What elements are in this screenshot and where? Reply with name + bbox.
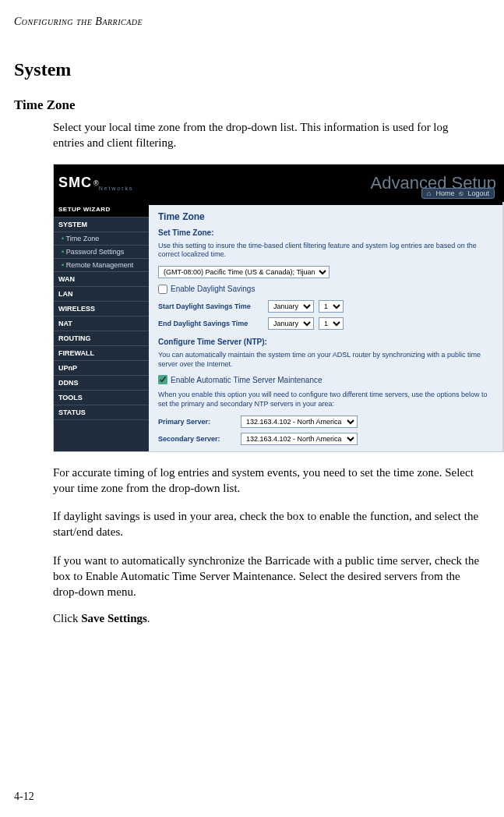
sidebar-ddns[interactable]: DDNS [54,376,149,391]
sidebar-routing[interactable]: ROUTING [54,331,149,346]
sidebar-firewall[interactable]: FIREWALL [54,346,149,361]
home-icon: ⌂ [427,189,431,197]
click-save-settings-line: Click Save Settings. [53,612,490,625]
home-link[interactable]: Home [435,189,454,197]
time-zone-select[interactable]: (GMT-08:00) Pacific Time (US & Canada); … [158,266,330,278]
logo-text: SMC [58,175,92,191]
enable-auto-ntp-desc: When you enable this option you will nee… [158,391,496,408]
router-screenshot: SMC ® N e t w o r k s Advanced Setup ⌂ H… [53,164,504,452]
sidebar-nav: SETUP WIZARD SYSTEM Time Zone Password S… [54,202,149,451]
enable-dst-label: Enable Daylight Savings [171,285,255,293]
end-dst-month[interactable]: January [268,317,314,330]
logout-link[interactable]: Logout [467,189,489,197]
set-time-zone-desc: Use this setting to insure the time-base… [158,242,496,260]
paragraph-accurate-timing: For accurate timing of log entries and s… [53,465,482,497]
secondary-server-label: Secondary Server: [158,435,236,443]
logo-reg: ® [93,179,99,187]
enable-dst-checkbox[interactable] [158,285,167,294]
smc-logo: SMC ® N e t w o r k s [58,164,132,202]
ntp-title: Configure Time Server (NTP): [158,338,496,346]
sidebar-setup-wizard[interactable]: SETUP WIZARD [54,202,149,218]
enable-auto-ntp-label: Enable Automatic Time Server Maintenance [171,376,322,384]
save-settings-bold: Save Settings [81,612,147,624]
sidebar-upnp[interactable]: UPnP [54,361,149,376]
secondary-server-select[interactable]: 132.163.4.102 - North America [241,433,358,445]
sidebar-status[interactable]: STATUS [54,405,149,420]
start-dst-day[interactable]: 1 [319,300,344,313]
primary-server-label: Primary Server: [158,418,236,426]
enable-auto-ntp-checkbox[interactable] [158,375,167,384]
paragraph-auto-sync: If you want to automatically synchronize… [53,553,482,600]
heading-time-zone: Time Zone [14,97,490,113]
running-header: Configuring the Barricade [14,16,490,28]
logo-subtext: N e t w o r k s [99,186,132,191]
click-prefix: Click [53,612,81,624]
sidebar-time-zone[interactable]: Time Zone [54,232,149,246]
paragraph-dst: If daylight savings is used in your area… [53,508,482,540]
content-title: Time Zone [158,211,496,222]
sidebar-password-settings[interactable]: Password Settings [54,246,149,259]
ntp-desc: You can automatically maintain the syste… [158,351,496,369]
start-dst-month[interactable]: January [268,300,314,313]
intro-paragraph: Select your local time zone from the dro… [53,119,482,151]
top-link-bar: ⌂ Home ⎋ Logout [421,188,495,199]
logout-icon: ⎋ [459,189,463,197]
sidebar-remote-management[interactable]: Remote Management [54,259,149,272]
primary-server-select[interactable]: 132.163.4.102 - North America [241,416,358,428]
sidebar-system[interactable]: SYSTEM [54,218,149,232]
sidebar-tools[interactable]: TOOLS [54,391,149,405]
start-dst-label: Start Daylight Savings Time [158,302,263,310]
screenshot-content: Time Zone Set Time Zone: Use this settin… [149,202,504,451]
sidebar-wan[interactable]: WAN [54,272,149,287]
sidebar-wireless[interactable]: WIRELESS [54,302,149,317]
set-time-zone-label: Set Time Zone: [158,228,496,237]
screenshot-header: SMC ® N e t w o r k s Advanced Setup ⌂ H… [54,164,504,202]
end-dst-day[interactable]: 1 [319,317,344,330]
page-number: 4-12 [14,790,34,803]
heading-system: System [14,59,490,80]
end-dst-label: End Daylight Savings Time [158,320,263,327]
sidebar-lan[interactable]: LAN [54,287,149,302]
content-top-bar [149,202,504,205]
sidebar-nat[interactable]: NAT [54,317,149,331]
click-suffix: . [147,612,150,624]
